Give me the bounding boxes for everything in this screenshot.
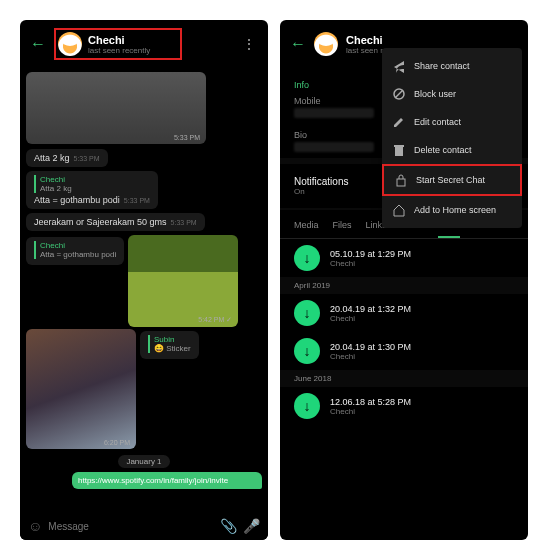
reply-message[interactable]: ChechiAtta 2 kg Atta = gothambu podi5:33… bbox=[26, 171, 158, 209]
mic-icon[interactable]: 🎤 bbox=[243, 518, 260, 534]
voice-item[interactable]: ↓05.10.19 at 1:29 PMChechi bbox=[280, 239, 528, 277]
attach-icon[interactable]: 📎 bbox=[220, 518, 237, 534]
message-list: 5:33 PM Atta 2 kg5:33 PM ChechiAtta 2 kg… bbox=[20, 68, 268, 508]
mobile-value bbox=[294, 108, 374, 118]
voice-item[interactable]: ↓20.04.19 at 1:32 PMChechi bbox=[280, 294, 528, 332]
message-input[interactable] bbox=[48, 521, 214, 532]
back-icon[interactable]: ← bbox=[30, 35, 46, 53]
menu-edit[interactable]: Edit contact bbox=[382, 108, 522, 136]
input-bar: ☺ 📎 🎤 bbox=[20, 512, 268, 540]
download-icon[interactable]: ↓ bbox=[294, 300, 320, 326]
home-icon bbox=[392, 203, 406, 217]
contact-name: Chechi bbox=[88, 34, 150, 46]
back-icon[interactable]: ← bbox=[290, 35, 306, 53]
avatar bbox=[314, 32, 338, 56]
profile-screen: ← Chechi last seen recently Share contac… bbox=[280, 20, 528, 540]
notif-label: Notifications bbox=[294, 176, 348, 187]
link-message[interactable]: https://www.spotify.com/in/family/join/i… bbox=[72, 472, 262, 489]
tab-media[interactable]: Media bbox=[294, 220, 319, 238]
voice-item[interactable]: ↓20.04.19 at 1:30 PMChechi bbox=[280, 332, 528, 370]
menu-share[interactable]: Share contact bbox=[382, 52, 522, 80]
menu-lock[interactable]: Start Secret Chat bbox=[382, 164, 522, 196]
edit-icon bbox=[392, 115, 406, 129]
share-icon bbox=[392, 59, 406, 73]
voice-list: ↓05.10.19 at 1:29 PMChechiApril 2019↓20.… bbox=[280, 239, 528, 425]
emoji-icon[interactable]: ☺ bbox=[28, 518, 42, 534]
more-icon[interactable]: ⋮ bbox=[242, 36, 256, 52]
month-header: April 2019 bbox=[280, 277, 528, 294]
contact-name: Chechi bbox=[346, 34, 408, 46]
text-message[interactable]: Atta 2 kg5:33 PM bbox=[26, 149, 108, 167]
notif-state: On bbox=[294, 187, 348, 196]
tab-files[interactable]: Files bbox=[333, 220, 352, 238]
delete-icon bbox=[392, 143, 406, 157]
avatar bbox=[58, 32, 82, 56]
chat-screen: ← Chechi last seen recently ⋮ 5:33 PM At… bbox=[20, 20, 268, 540]
voice-item[interactable]: ↓12.06.18 at 5:28 PMChechi bbox=[280, 387, 528, 425]
text-message[interactable]: Jeerakam or Sajeerakam 50 gms5:33 PM bbox=[26, 213, 205, 231]
lock-icon bbox=[394, 173, 408, 187]
download-icon[interactable]: ↓ bbox=[294, 338, 320, 364]
date-separator: January 1 bbox=[26, 455, 262, 466]
image-message[interactable]: 5:33 PM bbox=[26, 72, 206, 144]
menu-block[interactable]: Block user bbox=[382, 80, 522, 108]
bio-value bbox=[294, 142, 374, 152]
image-message[interactable]: 6:20 PM bbox=[26, 329, 136, 449]
contact-header-highlight[interactable]: Chechi last seen recently bbox=[54, 28, 182, 60]
month-header: June 2018 bbox=[280, 370, 528, 387]
download-icon[interactable]: ↓ bbox=[294, 245, 320, 271]
context-menu: Share contactBlock userEdit contactDelet… bbox=[382, 48, 522, 228]
reply-message[interactable]: ChechiAtta = gothambu podi bbox=[26, 237, 124, 265]
svg-rect-2 bbox=[397, 179, 405, 186]
block-icon bbox=[392, 87, 406, 101]
sticker-reply[interactable]: Subin😄 Sticker bbox=[140, 331, 199, 359]
contact-status: last seen recently bbox=[88, 46, 150, 55]
chat-header: ← Chechi last seen recently ⋮ bbox=[20, 20, 268, 68]
menu-delete[interactable]: Delete contact bbox=[382, 136, 522, 164]
image-message[interactable]: 5:42 PM ✓ bbox=[128, 235, 238, 327]
svg-line-1 bbox=[395, 90, 403, 98]
download-icon[interactable]: ↓ bbox=[294, 393, 320, 419]
menu-home[interactable]: Add to Home screen bbox=[382, 196, 522, 224]
